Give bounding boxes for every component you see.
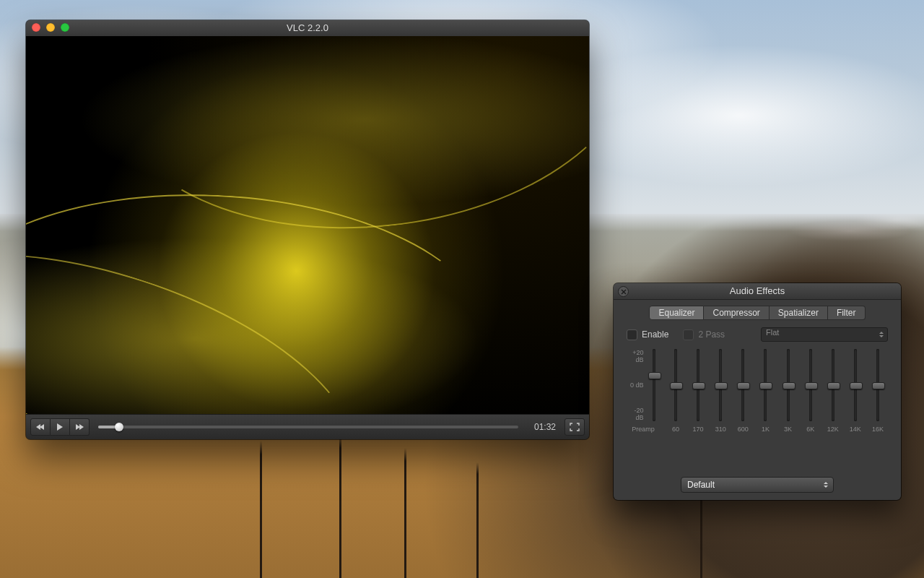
eq-band: 16K (868, 349, 888, 433)
effects-tabs: Equalizer Compressor Spatializer Filter (614, 300, 901, 324)
eq-band: 14K (845, 349, 866, 433)
eq-band: 6K (801, 349, 821, 433)
slider-knob[interactable] (827, 382, 840, 389)
skip-back-icon (37, 424, 44, 430)
eq-band-slider[interactable] (713, 349, 728, 421)
slider-knob[interactable] (872, 382, 885, 389)
slider-knob[interactable] (648, 372, 661, 379)
eq-band-label: 14K (850, 426, 861, 433)
eq-band-label: 310 (715, 426, 726, 433)
tab-compressor[interactable]: Compressor (704, 306, 769, 320)
eq-band: 310 (710, 349, 731, 433)
seek-knob[interactable] (115, 423, 123, 431)
eq-band-label: 16K (872, 426, 884, 433)
eq-band-slider[interactable] (668, 349, 683, 421)
wallpaper-detail (404, 448, 406, 578)
eq-band-label: 170 (693, 426, 704, 433)
slider-knob[interactable] (715, 382, 728, 389)
window-minimize-button[interactable] (46, 23, 55, 32)
controls-bar: 01:32 (26, 414, 589, 439)
preamp-label: Preamp (632, 426, 655, 433)
eq-band: 170 (688, 349, 708, 433)
slider-knob[interactable] (670, 382, 683, 389)
window-close-button[interactable] (32, 23, 40, 32)
seek-slider[interactable] (98, 426, 518, 428)
eq-band-slider[interactable] (691, 349, 705, 421)
tab-filter[interactable]: Filter (828, 306, 866, 320)
dropdown-arrows-icon (878, 329, 885, 340)
close-icon (621, 289, 627, 295)
wallpaper-detail (700, 491, 702, 578)
wallpaper-detail (260, 441, 262, 578)
wallpaper-detail (476, 462, 479, 578)
eq-band: 60 (666, 349, 686, 433)
preamp-slider[interactable] (648, 349, 660, 421)
eq-band: 12K (823, 349, 843, 433)
preset-value: Flat (766, 328, 779, 337)
eq-band-slider[interactable] (826, 349, 840, 421)
titlebar[interactable]: VLC 2.2.0 (26, 20, 589, 37)
eq-band-label: 12K (827, 426, 839, 433)
tab-equalizer[interactable]: Equalizer (649, 306, 704, 320)
eq-band-label: 60 (672, 426, 679, 433)
eq-band-slider[interactable] (871, 349, 885, 421)
two-pass-label: 2 Pass (698, 329, 725, 340)
preset-select[interactable]: Flat (761, 327, 888, 342)
profile-select[interactable]: Default (681, 477, 834, 493)
fullscreen-icon (570, 423, 580, 431)
eq-band-slider[interactable] (758, 349, 772, 421)
slider-knob[interactable] (759, 382, 772, 389)
eq-band: 3K (778, 349, 798, 433)
panel-title: Audio Effects (730, 285, 785, 296)
play-icon (57, 423, 63, 431)
skip-forward-icon (76, 424, 83, 430)
dropdown-arrows-icon (822, 479, 829, 491)
eq-band-label: 1K (762, 426, 770, 433)
slider-knob[interactable] (783, 382, 796, 389)
vlc-player-window: VLC 2.2.0 01:32 (26, 20, 589, 439)
profile-value: Default (687, 480, 715, 490)
eq-band-slider[interactable] (736, 349, 750, 421)
window-title: VLC 2.2.0 (26, 20, 589, 36)
equalizer-area: +20 dB 0 dB -20 dB Preamp 601703106001K3… (614, 345, 901, 433)
tab-spatializer[interactable]: Spatializer (770, 306, 828, 320)
eq-band-slider[interactable] (781, 349, 796, 421)
eq-band: 600 (733, 349, 753, 433)
slider-knob[interactable] (850, 382, 863, 389)
next-button[interactable] (70, 418, 90, 436)
previous-button[interactable] (30, 418, 51, 436)
eq-band-label: 600 (738, 426, 749, 433)
enable-label: Enable (642, 329, 668, 340)
eq-band-label: 6K (806, 426, 814, 433)
audio-effects-window: Audio Effects Equalizer Compressor Spati… (614, 283, 901, 500)
panel-titlebar[interactable]: Audio Effects (614, 283, 901, 300)
video-canvas[interactable] (26, 36, 589, 415)
two-pass-checkbox[interactable] (683, 329, 694, 340)
play-button[interactable] (51, 418, 70, 436)
panel-close-button[interactable] (618, 286, 629, 297)
slider-track (653, 349, 655, 421)
eq-band-slider[interactable] (803, 349, 818, 421)
slider-knob[interactable] (805, 382, 818, 389)
time-elapsed: 01:32 (527, 422, 563, 432)
eq-band-label: 3K (784, 426, 792, 433)
window-zoom-button[interactable] (61, 23, 69, 32)
eq-band: 1K (755, 349, 775, 433)
fullscreen-button[interactable] (565, 418, 585, 436)
slider-knob[interactable] (692, 382, 705, 389)
slider-knob[interactable] (737, 382, 750, 389)
eq-band-slider[interactable] (848, 349, 863, 421)
wallpaper-detail (339, 434, 341, 578)
enable-checkbox[interactable] (627, 329, 637, 340)
db-scale: +20 dB 0 dB -20 dB (627, 349, 644, 421)
